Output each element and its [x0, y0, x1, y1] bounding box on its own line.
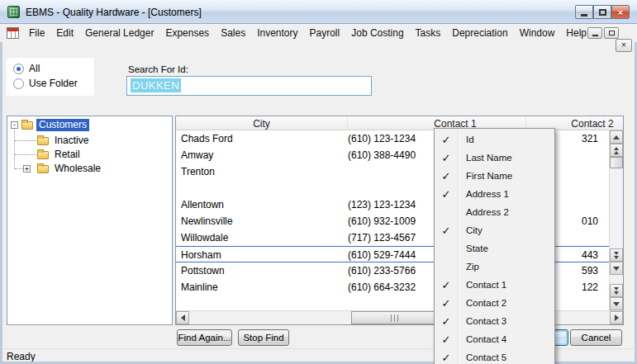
menu-items: FileEditGeneral LedgerExpensesSalesInven… — [23, 24, 592, 41]
horizontal-scrollbar[interactable] — [176, 310, 623, 324]
context-menu-item-label: Contact 5 — [458, 352, 506, 362]
context-menu-item-label: Contact 3 — [458, 316, 506, 326]
menu-item-general-ledger[interactable]: General Ledger — [79, 24, 159, 41]
cell-city: Chads Ford — [181, 133, 233, 144]
tree-item-label: Inactive — [52, 135, 91, 147]
expand-icon[interactable]: + — [23, 165, 31, 173]
fast-forward-button[interactable] — [610, 284, 623, 297]
mdi-minimize-button[interactable] — [587, 27, 602, 39]
right-arrow-icon — [615, 314, 619, 321]
context-menu-item-label: Id — [458, 135, 474, 144]
radio-use-folder-row[interactable]: Use Folder — [13, 78, 78, 89]
maximize-button[interactable] — [593, 5, 611, 19]
double-down-arrow-icon — [614, 256, 619, 259]
horizontal-scrollbar-thumb[interactable] — [351, 311, 439, 324]
document-icon[interactable] — [7, 27, 19, 39]
tree-connector — [14, 127, 15, 168]
double-up-arrow-icon — [614, 147, 619, 150]
down-arrow-icon — [613, 267, 620, 271]
menu-item-tasks[interactable]: Tasks — [410, 24, 447, 41]
checkmark-icon: ✓ — [435, 333, 458, 346]
window-title: EBMS - Quality Hardware - [Customers] — [26, 7, 202, 18]
checkmark-icon: ✓ — [435, 225, 458, 237]
context-menu-item-state[interactable]: State — [435, 239, 554, 258]
tree-item-retail[interactable]: Retail — [37, 148, 83, 162]
scroll-up-button[interactable] — [610, 130, 623, 144]
context-menu-item-contact-5[interactable]: ✓Contact 5 — [435, 348, 554, 364]
cell-contact1: (610) 233-5766 — [348, 265, 416, 277]
cell-city: Mainline — [181, 281, 218, 293]
scroll-page-up-button[interactable] — [610, 144, 623, 157]
cell-contact2: 321 — [582, 133, 598, 144]
column-context-menu: ✓Id✓Last Name✓First Name✓Address 1Addres… — [434, 128, 555, 364]
folder-icon — [37, 151, 49, 159]
menu-item-window[interactable]: Window — [514, 24, 561, 41]
menu-item-sales[interactable]: Sales — [215, 24, 251, 41]
column-header-city[interactable]: City — [176, 118, 347, 130]
cell-city: Willowdale — [181, 232, 228, 243]
close-icon: × — [618, 7, 623, 17]
menu-item-inventory[interactable]: Inventory — [251, 24, 303, 41]
menu-item-depreciation[interactable]: Depreciation — [446, 24, 513, 41]
menu-item-payroll[interactable]: Payroll — [304, 24, 346, 41]
context-menu-item-contact-1[interactable]: ✓Contact 1 — [435, 276, 554, 294]
context-menu-item-last-name[interactable]: ✓Last Name — [435, 149, 554, 167]
vertical-scrollbar[interactable] — [609, 130, 623, 310]
find-again-button[interactable]: Find Again... — [177, 329, 232, 346]
tree-item-inactive[interactable]: Inactive — [37, 134, 91, 148]
app-window: EBMS - Quality Hardware - [Customers] × … — [0, 0, 637, 364]
cancel-button[interactable]: Cancel — [570, 329, 622, 346]
context-menu-item-address-1[interactable]: ✓Address 1 — [435, 185, 554, 203]
vertical-scrollbar-thumb[interactable] — [610, 157, 623, 168]
mdi-restore-button[interactable] — [604, 27, 619, 39]
context-menu-item-label: Contact 2 — [458, 298, 506, 308]
double-up-arrow-icon — [614, 151, 619, 154]
close-button[interactable]: × — [611, 5, 630, 19]
menu-item-edit[interactable]: Edit — [50, 24, 79, 41]
menu-item-expenses[interactable]: Expenses — [159, 24, 215, 41]
cell-contact1: (610) 664-3232 — [348, 281, 416, 293]
scroll-down-button[interactable] — [610, 262, 623, 275]
tree-item-customers[interactable]: - Customers — [11, 118, 89, 132]
stop-find-button[interactable]: Stop Find — [238, 329, 289, 346]
radio-all-row[interactable]: All — [13, 63, 40, 74]
scroll-left-button[interactable] — [176, 311, 189, 324]
cell-contact1: (610) 529-7444 — [348, 249, 416, 261]
cell-city: Amway — [181, 149, 213, 161]
context-menu-item-zip[interactable]: Zip — [435, 258, 554, 276]
radio-use-folder[interactable] — [13, 78, 24, 89]
minimize-button[interactable] — [575, 5, 593, 19]
mdi-close-button[interactable]: × — [616, 39, 632, 52]
status-text: Ready — [7, 351, 36, 362]
context-menu-item-label: First Name — [458, 171, 512, 181]
menu-bar: FileEditGeneral LedgerExpensesSalesInven… — [0, 24, 637, 42]
tree-item-wholesale[interactable]: +Wholesale — [37, 162, 103, 176]
menu-item-file[interactable]: File — [23, 24, 50, 41]
cell-contact2: 010 — [582, 215, 598, 227]
collapse-icon[interactable]: - — [11, 121, 18, 129]
cell-city: Newlinsville — [181, 215, 233, 227]
cell-contact1: (717) 123-4567 — [348, 232, 416, 243]
column-separator — [347, 117, 348, 129]
context-menu-item-contact-3[interactable]: ✓Contact 3 — [435, 312, 554, 330]
tree-item-label: Retail — [52, 149, 83, 161]
context-menu-item-id[interactable]: ✓Id — [435, 130, 554, 149]
scroll-right-button[interactable] — [610, 311, 623, 324]
app-icon — [7, 6, 20, 18]
up-arrow-icon — [613, 135, 620, 139]
context-menu-item-label: State — [458, 243, 488, 253]
radio-all[interactable] — [13, 64, 24, 74]
context-menu-item-city[interactable]: ✓City — [435, 221, 554, 239]
cell-city: Trenton — [181, 166, 215, 177]
context-menu-item-contact-4[interactable]: ✓Contact 4 — [435, 330, 554, 348]
folder-icon — [21, 121, 33, 130]
scroll-page-down-button[interactable] — [610, 248, 623, 262]
last-row-button[interactable] — [610, 297, 623, 310]
context-menu-item-label: Contact 1 — [458, 280, 506, 290]
context-menu-item-address-2[interactable]: Address 2 — [435, 203, 554, 221]
context-menu-item-contact-2[interactable]: ✓Contact 2 — [435, 294, 554, 312]
menu-item-job-costing[interactable]: Job Costing — [345, 24, 409, 41]
search-input[interactable]: DUKKEN — [126, 76, 372, 96]
context-menu-item-first-name[interactable]: ✓First Name — [435, 167, 554, 185]
title-bar[interactable]: EBMS - Quality Hardware - [Customers] × — [0, 0, 637, 24]
